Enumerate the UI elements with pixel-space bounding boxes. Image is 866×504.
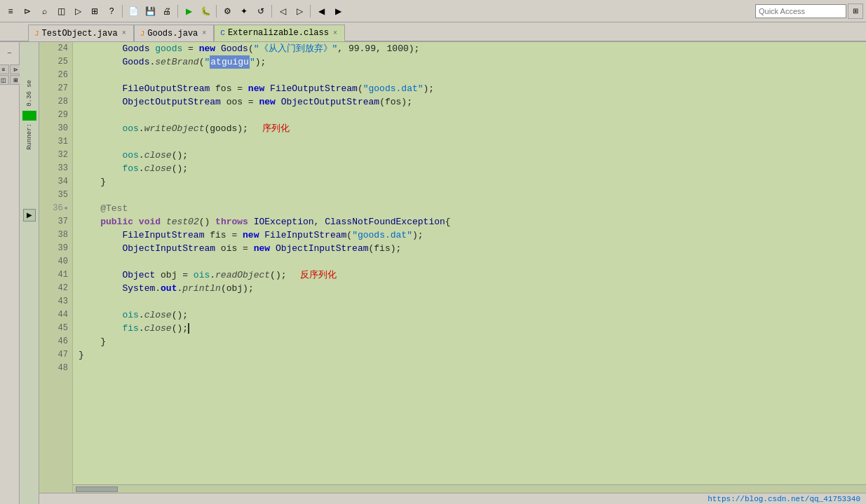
run-menu[interactable]: ▷ (70, 4, 86, 19)
refactor-menu[interactable]: ≡ (3, 4, 18, 19)
code-line-39: ObjectInputStream ois = new ObjectInputS… (79, 242, 860, 255)
sep5 (310, 5, 311, 18)
code-line-32: oos . close (); (79, 149, 860, 162)
clean-btn[interactable]: ✦ (236, 4, 252, 19)
project-menu[interactable]: ◫ (53, 4, 69, 19)
status-url: https://blog.csdn.net/qq_41753340 (708, 495, 860, 503)
tab-close-goods[interactable]: × (201, 29, 208, 38)
sep4 (271, 5, 272, 18)
ln-27: 27 (39, 82, 68, 95)
debug-btn[interactable]: 🐛 (198, 4, 213, 19)
search-menu[interactable]: ⌕ (36, 4, 52, 19)
save-btn[interactable]: 💾 (142, 4, 158, 19)
tab-close-externalizable[interactable]: × (332, 29, 339, 38)
code-line-44: ois . close (); (79, 308, 860, 322)
next-btn[interactable]: ▶ (330, 4, 346, 19)
code-line-31 (79, 135, 860, 149)
forward-btn[interactable]: ▷ (292, 4, 307, 19)
code-line-26 (79, 69, 860, 82)
sep1 (122, 5, 123, 18)
ln-26: 26 (39, 69, 68, 82)
annotation-serialize: 序列化 (262, 122, 290, 135)
code-container: 24 25 26 27 28 29 30 31 32 33 34 35 36◂ … (39, 42, 866, 504)
ln-45: 45 (39, 322, 68, 335)
quick-access-input[interactable] (755, 4, 846, 18)
tab-bar: J TestObject.java × J Goods.java × C Ext… (0, 22, 866, 42)
h-scrollbar[interactable] (73, 484, 866, 493)
window-menu[interactable]: ⊞ (87, 4, 102, 19)
editor-area: 24 25 26 27 28 29 30 31 32 33 34 35 36◂ … (39, 42, 866, 504)
ln-28: 28 (39, 95, 68, 109)
ln-32: 32 (39, 149, 68, 162)
annotation-deserialize: 反序列化 (300, 268, 337, 282)
new-btn[interactable]: 📄 (126, 4, 141, 19)
ln-39: 39 (39, 242, 68, 255)
tab-label-goods: Goods.java (147, 29, 198, 39)
side-nav-button[interactable]: ▶ (23, 209, 36, 222)
side-info-panel: 0.36 se Runner: ▶ (20, 42, 39, 504)
icon-row-2: ◫ ⊞ (0, 75, 21, 85)
sep2 (177, 5, 178, 18)
perspective-btn[interactable]: ⊞ (848, 4, 863, 19)
ln-41: 41 (39, 268, 68, 282)
code-line-33: fos . close (); (79, 162, 860, 175)
code-line-40 (79, 255, 860, 268)
side-green-bar (22, 111, 36, 121)
navigate-menu[interactable]: ⊳ (20, 4, 35, 19)
code-line-42: System . out . println (obj); (79, 282, 860, 295)
tab-externalizable[interactable]: C Externalizable.class × (214, 25, 345, 41)
ln-44: 44 (39, 308, 68, 322)
ln-48: 48 (39, 362, 68, 375)
toolbar: ≡ ⊳ ⌕ ◫ ▷ ⊞ ? 📄 💾 🖨 ▶ 🐛 ⚙ ✦ ↺ ◁ ▷ ◀ ▶ ⊞ (0, 0, 866, 22)
tab-icon-test-object: J (34, 29, 39, 38)
tab-icon-goods: J (140, 29, 145, 38)
tab-label-externalizable: Externalizable.class (228, 28, 329, 38)
ln-33: 33 (39, 162, 68, 175)
code-line-36: @Test (79, 202, 860, 215)
code-line-48 (79, 362, 860, 375)
ln-29: 29 (39, 109, 68, 122)
ln-38: 38 (39, 229, 68, 242)
ln-42: 42 (39, 282, 68, 295)
tab-goods[interactable]: J Goods.java × (134, 25, 215, 41)
ln-30: 30 (39, 122, 68, 135)
ln-46: 46 (39, 335, 68, 348)
print-btn[interactable]: 🖨 (159, 4, 175, 19)
code-line-27: FileOutputStream fos = new FileOutputStr… (79, 82, 860, 95)
quick-access-area: ⊞ (755, 4, 863, 19)
tab-test-object[interactable]: J TestObject.java × (28, 25, 134, 41)
ln-40: 40 (39, 255, 68, 268)
code-content[interactable]: Goods goods = new Goods ( "《从入门到放弃》" , 9… (73, 42, 866, 504)
back-btn[interactable]: ◁ (275, 4, 290, 19)
code-line-25: Goods . setBrand ( "atguigu" ); (79, 55, 860, 69)
ln-24: 24 (39, 42, 68, 55)
refresh-btn[interactable]: ↺ (253, 4, 269, 19)
ln-37: 37 (39, 215, 68, 229)
tab-close-test-object[interactable]: × (121, 29, 128, 38)
code-line-37: public void test02 () throws IOException… (79, 215, 860, 229)
tab-icon-externalizable: C (220, 29, 225, 37)
ln-43: 43 (39, 295, 68, 308)
status-bar: https://blog.csdn.net/qq_41753340 (39, 493, 866, 504)
code-line-41: Object obj = ois . readObject (); 反序列化 (79, 268, 860, 282)
code-line-24: Goods goods = new Goods ( "《从入门到放弃》" , 9… (79, 42, 860, 55)
activity-collapse-btn[interactable]: − (2, 45, 18, 60)
code-line-46: } (79, 335, 860, 348)
code-line-38: FileInputStream fis = new FileInputStrea… (79, 229, 860, 242)
ln-35: 35 (39, 189, 68, 202)
code-line-30: oos . writeObject (goods); 序列化 (79, 122, 860, 135)
icon-btn-1[interactable]: ≡ (0, 64, 9, 74)
prev-btn[interactable]: ◀ (313, 4, 329, 19)
sep3 (216, 5, 217, 18)
build-btn[interactable]: ⚙ (219, 4, 235, 19)
code-line-47: } (79, 348, 860, 362)
icon-btn-3[interactable]: ◫ (0, 75, 9, 85)
h-scrollbar-thumb[interactable] (76, 486, 118, 492)
help-menu[interactable]: ? (104, 4, 119, 19)
side-runner-label: Runner: (26, 123, 33, 150)
ln-31: 31 (39, 135, 68, 149)
side-timer: 0.36 se (26, 80, 33, 107)
code-line-29 (79, 109, 860, 122)
run-btn[interactable]: ▶ (181, 4, 196, 19)
icon-row-1: ≡ ⊳ (0, 64, 21, 74)
